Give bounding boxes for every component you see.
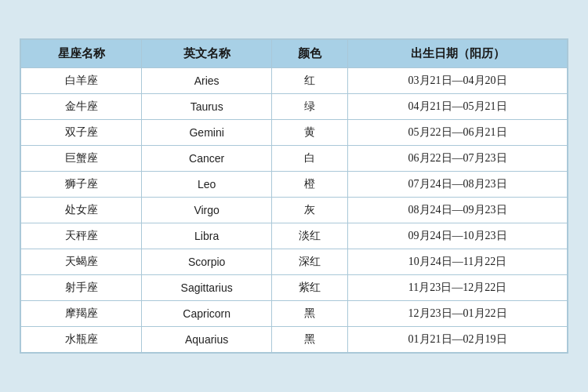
- table-row: 处女座Virgo灰08月24日—09月23日: [21, 198, 568, 223]
- cell-chinese-name: 水瓶座: [21, 327, 142, 353]
- cell-chinese-name: 巨蟹座: [21, 146, 142, 172]
- cell-chinese-name: 处女座: [21, 198, 142, 223]
- cell-color: 绿: [272, 94, 348, 120]
- cell-color: 红: [272, 68, 348, 94]
- cell-date: 06月22日—07月23日: [348, 146, 568, 172]
- cell-date: 01月21日—02月19日: [348, 327, 568, 353]
- table-row: 水瓶座Aquarius黑01月21日—02月19日: [21, 327, 568, 353]
- cell-english-name: Sagittarius: [142, 275, 272, 301]
- cell-color: 黑: [272, 301, 348, 327]
- cell-english-name: Capricorn: [142, 301, 272, 327]
- table-row: 天蝎座Scorpio深红10月24日—11月22日: [21, 249, 568, 275]
- cell-color: 淡红: [272, 223, 348, 249]
- cell-color: 紫红: [272, 275, 348, 301]
- table-row: 白羊座Aries红03月21日—04月20日: [21, 68, 568, 94]
- table-header-row: 星座名称 英文名称 颜色 出生日期（阳历）: [21, 40, 568, 68]
- cell-chinese-name: 双子座: [21, 120, 142, 146]
- table-row: 金牛座Taurus绿04月21日—05月21日: [21, 94, 568, 120]
- zodiac-table: 星座名称 英文名称 颜色 出生日期（阳历） 白羊座Aries红03月21日—04…: [20, 39, 568, 353]
- cell-color: 深红: [272, 249, 348, 275]
- cell-date: 04月21日—05月21日: [348, 94, 568, 120]
- cell-date: 11月23日—12月22日: [348, 275, 568, 301]
- cell-date: 05月22日—06月21日: [348, 120, 568, 146]
- table-row: 摩羯座Capricorn黑12月23日—01月22日: [21, 301, 568, 327]
- table-row: 巨蟹座Cancer白06月22日—07月23日: [21, 146, 568, 172]
- cell-date: 08月24日—09月23日: [348, 198, 568, 223]
- cell-chinese-name: 白羊座: [21, 68, 142, 94]
- cell-english-name: Aquarius: [142, 327, 272, 353]
- cell-date: 09月24日—10月23日: [348, 223, 568, 249]
- cell-date: 03月21日—04月20日: [348, 68, 568, 94]
- cell-english-name: Leo: [142, 172, 272, 198]
- cell-date: 10月24日—11月22日: [348, 249, 568, 275]
- cell-chinese-name: 射手座: [21, 275, 142, 301]
- table-row: 双子座Gemini黄05月22日—06月21日: [21, 120, 568, 146]
- cell-english-name: Cancer: [142, 146, 272, 172]
- cell-color: 橙: [272, 172, 348, 198]
- zodiac-table-container: 星座名称 英文名称 颜色 出生日期（阳历） 白羊座Aries红03月21日—04…: [20, 38, 568, 354]
- cell-chinese-name: 狮子座: [21, 172, 142, 198]
- cell-chinese-name: 天蝎座: [21, 249, 142, 275]
- cell-color: 黄: [272, 120, 348, 146]
- cell-english-name: Taurus: [142, 94, 272, 120]
- cell-english-name: Aries: [142, 68, 272, 94]
- cell-chinese-name: 摩羯座: [21, 301, 142, 327]
- cell-date: 12月23日—01月22日: [348, 301, 568, 327]
- cell-chinese-name: 金牛座: [21, 94, 142, 120]
- table-body: 白羊座Aries红03月21日—04月20日金牛座Taurus绿04月21日—0…: [21, 68, 568, 353]
- cell-english-name: Libra: [142, 223, 272, 249]
- cell-english-name: Virgo: [142, 198, 272, 223]
- cell-english-name: Gemini: [142, 120, 272, 146]
- header-color: 颜色: [272, 40, 348, 68]
- table-row: 狮子座Leo橙07月24日—08月23日: [21, 172, 568, 198]
- cell-english-name: Scorpio: [142, 249, 272, 275]
- table-row: 射手座Sagittarius紫红11月23日—12月22日: [21, 275, 568, 301]
- cell-date: 07月24日—08月23日: [348, 172, 568, 198]
- cell-chinese-name: 天秤座: [21, 223, 142, 249]
- cell-color: 白: [272, 146, 348, 172]
- header-english-name: 英文名称: [142, 40, 272, 68]
- header-date: 出生日期（阳历）: [348, 40, 568, 68]
- cell-color: 灰: [272, 198, 348, 223]
- cell-color: 黑: [272, 327, 348, 353]
- table-row: 天秤座Libra淡红09月24日—10月23日: [21, 223, 568, 249]
- header-chinese-name: 星座名称: [21, 40, 142, 68]
